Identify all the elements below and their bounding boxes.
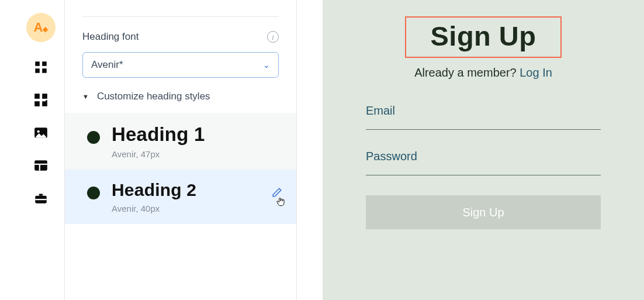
signup-button[interactable]: Sign Up [366,195,601,229]
typography-panel: Heading font i Avenir* ⌄ ▼ Customize hea… [64,0,297,300]
info-icon[interactable]: i [267,31,279,43]
font-select[interactable]: Avenir* ⌄ [82,52,279,78]
svg-rect-0 [35,61,40,66]
customize-label: Customize heading styles [97,91,210,102]
theme-logo[interactable]: A◆ [26,13,56,42]
heading-title: Heading 2 [112,180,196,200]
panel-divider [82,16,279,17]
svg-rect-4 [34,94,40,99]
password-label: Password [366,150,601,163]
svg-rect-1 [42,61,47,66]
svg-rect-5 [42,94,47,99]
page-title: Sign Up [417,20,550,52]
image-icon[interactable] [33,125,49,140]
cursor-hand-icon [275,196,286,207]
left-icon-rail: A◆ [23,13,58,206]
password-input-line[interactable] [366,175,601,175]
theme-logo-letter: A◆ [34,20,49,35]
apps-icon[interactable] [33,60,49,75]
selected-heading-highlight[interactable]: Sign Up [405,16,562,58]
briefcase-icon[interactable] [33,191,49,206]
chevron-down-icon: ⌄ [263,60,270,70]
svg-rect-15 [35,199,47,200]
heading-font-row: Heading font i [82,31,279,43]
heading-meta: Avenir, 47px [112,149,205,159]
svg-rect-14 [39,194,43,195]
svg-point-8 [37,130,40,133]
edit-hover [272,187,282,207]
heading-text: Heading 1 Avenir, 47px [112,123,205,159]
email-input-line[interactable] [366,129,601,130]
heading-style-h1[interactable]: Heading 1 Avenir, 47px [65,113,296,170]
heading-title: Heading 1 [112,123,205,146]
login-link[interactable]: Log In [520,66,552,79]
font-select-value: Avenir* [91,59,123,71]
email-label: Email [366,104,601,118]
svg-rect-3 [42,68,47,73]
member-line: Already a member? Log In [342,66,624,80]
heading-meta: Avenir, 40px [112,204,196,213]
preview-pane: Sign Up Already a member? Log In Email P… [323,0,644,300]
customize-heading-styles-toggle[interactable]: ▼ Customize heading styles [82,91,279,102]
color-dot [87,187,100,199]
table-icon[interactable] [33,158,49,173]
heading-style-h2[interactable]: Heading 2 Avenir, 40px [65,170,296,224]
puzzle-icon[interactable] [33,92,49,108]
color-dot [87,131,100,144]
heading-font-label: Heading font [82,31,139,42]
password-group: Password [366,150,601,175]
heading-text: Heading 2 Avenir, 40px [112,180,196,213]
member-text: Already a member? [414,66,520,79]
svg-rect-2 [35,68,40,73]
svg-rect-6 [34,101,40,106]
email-group: Email [366,104,601,130]
triangle-down-icon: ▼ [82,93,89,100]
